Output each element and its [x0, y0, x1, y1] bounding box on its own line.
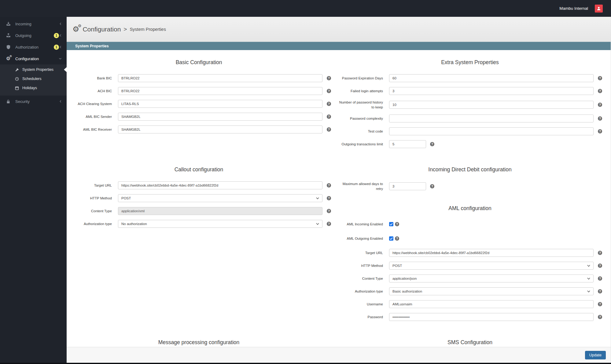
form-row-callout-target-url: Target URL?: [67, 181, 331, 189]
form-row-aml-bic-sender: AML BIC Sender?: [67, 113, 331, 121]
ach-clearing-system-help-icon[interactable]: ?: [327, 102, 331, 106]
chevron-down-icon: [316, 222, 319, 226]
update-button[interactable]: Update: [585, 351, 606, 359]
app-window: Mambu Internal IncomingOutgoing1Authoriz…: [0, 0, 611, 364]
aml-bic-sender-help-icon[interactable]: ?: [327, 115, 331, 119]
callout-authorization-type-selected-value: No authorization: [121, 222, 147, 226]
form-content: Basic ConfigurationBank BIC?ACH BIC?ACH …: [67, 50, 611, 347]
section-title: Extra System Properties: [338, 59, 602, 66]
aml-incoming-enabled-help-icon[interactable]: ?: [395, 222, 399, 226]
password-history-count-help-icon[interactable]: ?: [598, 103, 602, 107]
password-complexity-input[interactable]: [389, 115, 594, 122]
callout-content-type-input[interactable]: [118, 207, 322, 215]
chevron-left-icon: [59, 22, 62, 25]
chevron-down-icon: [587, 277, 590, 280]
sidebar-item-security[interactable]: Security: [0, 96, 67, 107]
chevron-left-icon: [59, 34, 62, 37]
ach-bic-label: ACH BIC: [67, 89, 118, 93]
callout-authorization-type-help-icon[interactable]: ?: [327, 222, 331, 226]
aml-password-label: Password: [338, 315, 389, 319]
aml-incoming-enabled-checkbox[interactable]: [389, 222, 393, 226]
test-code-label: Test code: [338, 129, 389, 134]
form-row-aml-content-type: Content Typeapplication/json?: [338, 275, 602, 282]
callout-http-method-help-icon[interactable]: ?: [327, 196, 331, 200]
user-menu-button[interactable]: [595, 5, 603, 13]
breadcrumb-configuration[interactable]: Configuration: [83, 26, 121, 33]
outgoing-transactions-limit-help-icon[interactable]: ?: [430, 142, 434, 146]
sidebar-item-outgoing[interactable]: Outgoing1: [0, 30, 67, 41]
aml-outgoing-enabled-checkbox[interactable]: [389, 236, 393, 241]
aml-authorization-type-select[interactable]: Basic authorization: [389, 287, 594, 295]
sidebar-item-schedulers[interactable]: Schedulers: [0, 74, 67, 83]
aml-bic-receiver-help-icon[interactable]: ?: [327, 127, 331, 132]
callout-authorization-type-select[interactable]: No authorization: [118, 220, 322, 228]
form-row-outgoing-transactions-limit: Outgoing transactions limit?: [338, 140, 602, 148]
outgoing-transactions-limit-input[interactable]: [389, 140, 426, 148]
section-aml-configuration: AML configurationAML Incoming Enabled?AM…: [338, 205, 602, 321]
test-code-help-icon[interactable]: ?: [598, 129, 602, 133]
section-sms-configuration: SMS ConfigurationSMS GatewayNONE?: [338, 339, 602, 347]
aml-bic-receiver-input[interactable]: [118, 126, 322, 133]
callout-target-url-input[interactable]: [118, 181, 322, 189]
top-bar: Mambu Internal: [0, 0, 611, 17]
wrench-icon: [15, 68, 19, 72]
password-complexity-help-icon[interactable]: ?: [598, 116, 602, 121]
aml-content-type-help-icon[interactable]: ?: [598, 276, 602, 281]
bank-bic-help-icon[interactable]: ?: [327, 76, 331, 80]
max-retry-days-input[interactable]: [389, 182, 426, 190]
user-icon: [596, 6, 601, 11]
aml-outgoing-enabled-help-icon[interactable]: ?: [395, 236, 399, 241]
calendar-icon: [15, 86, 19, 90]
gears-icon: ⚙⚙: [6, 56, 11, 61]
chevron-down-icon: [587, 264, 590, 268]
aml-http-method-select[interactable]: POST: [389, 262, 594, 270]
password-expiration-days-input[interactable]: [389, 74, 594, 82]
gears-icon: ⚙⚙: [72, 25, 79, 33]
bank-bic-input[interactable]: [118, 74, 322, 82]
aml-bic-sender-input[interactable]: [118, 113, 322, 121]
aml-target-url-input[interactable]: [389, 249, 594, 257]
form-row-bank-bic: Bank BIC?: [67, 74, 331, 82]
aml-http-method-help-icon[interactable]: ?: [598, 264, 602, 268]
shield-icon: [6, 45, 11, 49]
form-row-aml-incoming-enabled: AML Incoming Enabled?: [338, 220, 602, 228]
aml-username-input[interactable]: [389, 300, 594, 308]
message-processing-section: Message processing configurationAutomati…: [67, 339, 331, 347]
ach-bic-input[interactable]: [118, 87, 322, 95]
callout-target-url-help-icon[interactable]: ?: [327, 183, 331, 187]
form-footer: Update: [67, 347, 611, 363]
aml-target-url-help-icon[interactable]: ?: [598, 251, 602, 255]
aml-authorization-type-help-icon[interactable]: ?: [598, 289, 602, 293]
test-code-input[interactable]: [389, 127, 594, 135]
sidebar-item-incoming[interactable]: Incoming: [0, 18, 67, 30]
callout-http-method-select[interactable]: POST: [118, 194, 322, 202]
sidebar-item-label: Security: [15, 99, 30, 104]
section-title: SMS Configuration: [338, 339, 602, 346]
bank-bic-label: Bank BIC: [67, 76, 118, 81]
sidebar-item-authorization[interactable]: Authorization1: [0, 41, 67, 53]
password-history-count-input[interactable]: [389, 101, 594, 109]
sidebar-item-configuration[interactable]: ⚙⚙Configuration: [0, 53, 67, 64]
failed-login-attempts-help-icon[interactable]: ?: [598, 89, 602, 93]
callout-content-type-label: Content Type: [67, 209, 118, 213]
aml-password-help-icon[interactable]: ?: [598, 315, 602, 319]
aml-password-input[interactable]: [389, 313, 594, 321]
failed-login-attempts-input[interactable]: [389, 87, 594, 95]
callout-content-type-help-icon[interactable]: ?: [327, 209, 331, 213]
sidebar-item-label: Holidays: [22, 86, 37, 90]
form-row-password-complexity: Password complexity?: [338, 115, 602, 122]
aml-outgoing-enabled-label: AML Outgoing Enabled: [338, 236, 389, 241]
sidebar-item-system-properties[interactable]: System Properties: [0, 65, 67, 74]
form-row-aml-username: Username?: [338, 300, 602, 308]
max-retry-days-help-icon[interactable]: ?: [430, 184, 434, 188]
aml-content-type-label: Content Type: [338, 276, 389, 281]
password-expiration-days-help-icon[interactable]: ?: [598, 76, 602, 80]
aml-username-help-icon[interactable]: ?: [598, 302, 602, 306]
page-header: ⚙⚙ Configuration > System Properties: [67, 17, 611, 42]
sidebar-item-holidays[interactable]: Holidays: [0, 83, 67, 93]
password-history-count-label: Number of password history to keep: [338, 100, 389, 110]
section-extra-system-properties: Extra System PropertiesPassword Expirati…: [338, 59, 602, 148]
ach-bic-help-icon[interactable]: ?: [327, 89, 331, 93]
aml-content-type-select[interactable]: application/json: [389, 275, 594, 282]
ach-clearing-system-input[interactable]: [118, 100, 322, 108]
